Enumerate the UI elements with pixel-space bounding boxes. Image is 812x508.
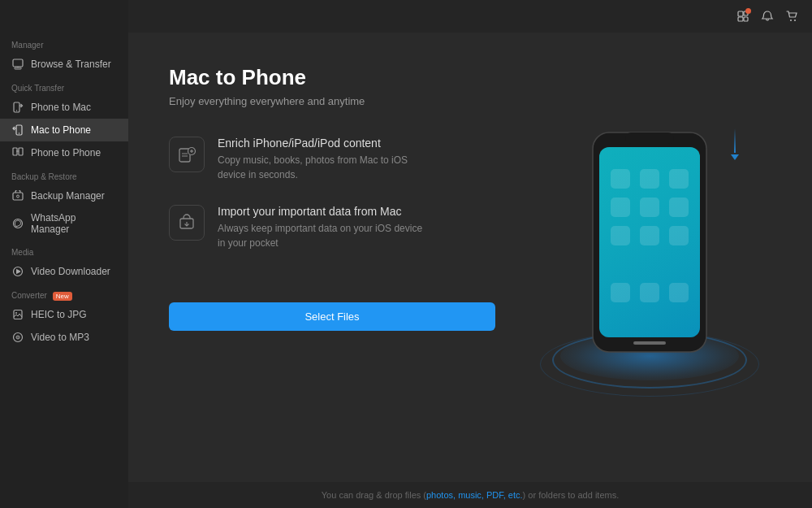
- new-badge: New: [53, 292, 72, 301]
- phone-svg: [577, 124, 723, 368]
- svg-rect-22: [738, 11, 743, 16]
- feature-item-enrich: Enrich iPhone/iPad/iPod content Copy mus…: [169, 137, 495, 182]
- svg-point-18: [15, 312, 17, 314]
- svg-rect-17: [14, 310, 22, 319]
- phone-to-mac-label: Phone to Mac: [31, 102, 91, 113]
- features-area: Enrich iPhone/iPad/iPod content Copy mus…: [169, 137, 771, 397]
- phone-to-mac-icon: [11, 101, 24, 114]
- sidebar: Manager Browse & Transfer Quick Transfer…: [0, 0, 128, 508]
- content-area: Mac to Phone Enjoy everything everywhere…: [128, 33, 812, 482]
- svg-point-13: [17, 195, 19, 198]
- svg-marker-16: [17, 270, 21, 274]
- features-list: Enrich iPhone/iPad/iPod content Copy mus…: [169, 137, 495, 331]
- sidebar-item-browse-transfer[interactable]: Browse & Transfer: [0, 53, 128, 76]
- svg-rect-43: [611, 198, 630, 217]
- svg-rect-40: [611, 169, 630, 189]
- svg-rect-46: [611, 226, 630, 245]
- browse-transfer-label: Browse & Transfer: [31, 59, 111, 70]
- svg-rect-1: [15, 67, 21, 69]
- arrow-down: [731, 128, 739, 160]
- whatsapp-manager-icon: [11, 217, 24, 230]
- bottom-text-links: photos, music, PDF, etc.: [426, 490, 523, 500]
- quick-transfer-section-label: Quick Transfer: [0, 76, 128, 96]
- svg-rect-49: [611, 283, 630, 302]
- feature-enrich-desc: Copy music, books, photos from Mac to iO…: [218, 153, 429, 182]
- video-to-mp3-label: Video to MP3: [31, 332, 89, 343]
- svg-rect-52: [633, 341, 666, 345]
- svg-rect-41: [640, 169, 659, 189]
- feature-import-desc: Always keep important data on your iOS d…: [218, 221, 429, 250]
- backup-manager-icon: [11, 189, 24, 202]
- sidebar-item-video-downloader[interactable]: Video Downloader: [0, 260, 128, 283]
- bottom-text-after: ) or folders to add items.: [523, 490, 620, 500]
- mac-to-phone-label: Mac to Phone: [31, 124, 91, 136]
- svg-rect-12: [13, 193, 23, 200]
- svg-point-27: [794, 20, 796, 21]
- bell-icon[interactable]: [760, 9, 775, 24]
- svg-point-4: [16, 110, 17, 111]
- bottom-text-before: You can drag & drop files (: [322, 490, 426, 500]
- browse-transfer-icon: [11, 58, 24, 71]
- sidebar-item-phone-to-mac[interactable]: Phone to Mac: [0, 96, 128, 119]
- sidebar-item-whatsapp-manager[interactable]: WhatsApp Manager: [0, 207, 128, 240]
- svg-rect-51: [669, 283, 689, 302]
- enrich-icon-box: [169, 137, 205, 172]
- manager-section-label: Manager: [0, 33, 128, 53]
- page-title: Mac to Phone: [169, 65, 771, 90]
- svg-point-21: [17, 336, 18, 337]
- svg-rect-42: [669, 169, 689, 189]
- svg-rect-44: [640, 198, 659, 217]
- feature-import-title: Import your important data from Mac: [218, 205, 429, 218]
- sidebar-item-backup-manager[interactable]: Backup Manager: [0, 185, 128, 207]
- svg-rect-48: [669, 226, 689, 245]
- top-bar: [128, 0, 812, 33]
- notification-badge: [745, 8, 751, 14]
- svg-rect-39: [625, 132, 674, 144]
- import-icon-box: [169, 205, 205, 241]
- svg-rect-10: [19, 148, 23, 155]
- svg-rect-45: [669, 198, 689, 217]
- svg-rect-23: [738, 17, 743, 21]
- mac-to-phone-icon: [11, 124, 24, 137]
- main-area: Mac to Phone Enjoy everything everywhere…: [128, 0, 812, 508]
- phone-to-phone-label: Phone to Phone: [31, 147, 101, 158]
- heic-to-jpg-label: HEIC to JPG: [31, 309, 87, 320]
- svg-rect-25: [744, 17, 748, 21]
- cart-icon[interactable]: [784, 9, 799, 24]
- video-downloader-icon: [11, 265, 24, 278]
- page-subtitle: Enjoy everything everywhere and anytime: [169, 95, 771, 107]
- converter-section-label: Converter New: [0, 283, 128, 303]
- sidebar-item-heic-to-jpg[interactable]: HEIC to JPG: [0, 303, 128, 326]
- media-section-label: Media: [0, 240, 128, 260]
- phone-illustration: [528, 120, 771, 397]
- svg-rect-0: [13, 59, 23, 67]
- svg-rect-47: [640, 226, 659, 245]
- notification-icon[interactable]: [736, 9, 750, 24]
- select-files-button[interactable]: Select Files: [169, 302, 495, 331]
- svg-point-26: [790, 20, 792, 21]
- feature-import-text: Import your important data from Mac Alwa…: [218, 205, 429, 250]
- backup-manager-label: Backup Manager: [31, 190, 105, 202]
- bottom-bar: You can drag & drop files ( photos, musi…: [128, 482, 812, 508]
- backup-restore-section-label: Backup & Restore: [0, 164, 128, 185]
- sidebar-item-mac-to-phone[interactable]: Mac to Phone: [0, 119, 128, 141]
- feature-item-import: Import your important data from Mac Alwa…: [169, 205, 495, 250]
- sidebar-item-phone-to-phone[interactable]: Phone to Phone: [0, 141, 128, 164]
- feature-enrich-title: Enrich iPhone/iPad/iPod content: [218, 137, 429, 150]
- feature-enrich-text: Enrich iPhone/iPad/iPod content Copy mus…: [218, 137, 429, 182]
- svg-rect-50: [640, 283, 659, 302]
- sidebar-item-video-to-mp3[interactable]: Video to MP3: [0, 326, 128, 349]
- whatsapp-manager-label: WhatsApp Manager: [31, 212, 117, 235]
- heic-to-jpg-icon: [11, 308, 24, 321]
- video-to-mp3-icon: [11, 331, 24, 344]
- svg-point-7: [19, 132, 19, 133]
- video-downloader-label: Video Downloader: [31, 266, 110, 277]
- phone-to-phone-icon: [11, 146, 24, 159]
